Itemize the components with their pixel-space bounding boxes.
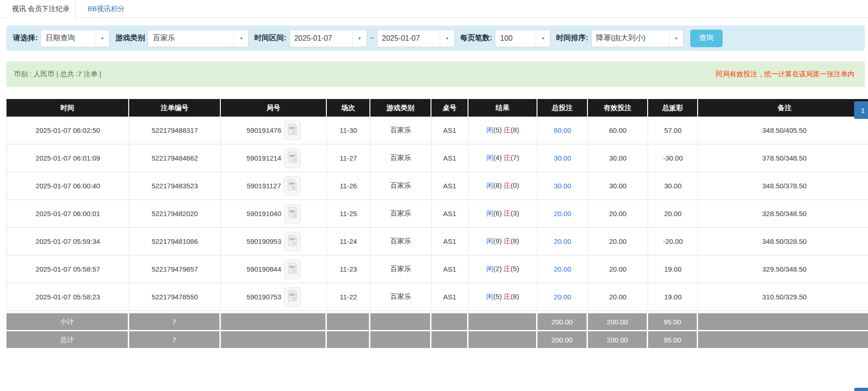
cell-session: 11-25 [327, 200, 370, 228]
result-player-score: (4) [493, 154, 504, 161]
date-to-input[interactable]: 2025-01-07 ▼ [377, 30, 455, 47]
cell-remark: 328.50/348.50 [698, 200, 868, 228]
tab-bb-video-points[interactable]: BB视讯积分 [82, 0, 130, 18]
video-replay-icon [287, 262, 298, 276]
result-player-label: 闲 [487, 209, 493, 217]
result-banker-label: 庄 [504, 154, 511, 161]
total-bet-link[interactable]: 30.00 [554, 154, 571, 162]
video-replay-button[interactable] [284, 260, 301, 279]
total-bet-link[interactable]: 20.00 [554, 237, 571, 245]
video-replay-button[interactable] [284, 204, 301, 223]
pagination-page-1-bottom[interactable]: 1 [854, 388, 868, 391]
total-bet-link[interactable]: 30.00 [554, 182, 571, 190]
grand-total-row-cell-6 [431, 331, 468, 349]
game-type-label: 游戏类别 [115, 33, 145, 43]
chevron-down-icon[interactable]: ▼ [352, 30, 367, 47]
filter-bar: 请选择: 日期查询 ▼ 游戏类别 百家乐 ▼ 时间区间: 2025-01-07 … [6, 25, 865, 51]
video-replay-icon [287, 151, 298, 165]
video-replay-button[interactable] [284, 287, 301, 307]
cell-valid-bet: 60.00 [588, 117, 648, 144]
column-header-9: 有效投注 [588, 99, 648, 117]
subtotal-row-cell-3 [221, 311, 327, 331]
query-type-select[interactable]: 日期查询 ▼ [40, 30, 110, 47]
page-size-select[interactable]: 100 ▼ [495, 30, 550, 47]
round-id-text: 590191476 [246, 126, 281, 134]
result-banker-score: (8) [511, 292, 519, 300]
round-id-text: 590190953 [246, 237, 281, 245]
round-id-text: 590191127 [247, 182, 281, 190]
cell-session: 11-26 [327, 172, 370, 200]
video-replay-button[interactable] [284, 176, 300, 196]
column-header-1: 时间 [6, 99, 129, 117]
chevron-down-icon[interactable]: ▼ [95, 30, 109, 47]
cell-valid-bet: 20.00 [588, 283, 648, 311]
grand-total-row: 总计7200.00200.0095.00 [6, 331, 868, 349]
result-player-label: 闲 [487, 154, 493, 161]
cell-payout: 20.00 [648, 200, 698, 228]
cell-remark: 310.50/329.50 [698, 283, 868, 311]
column-header-8: 总投注 [537, 99, 588, 117]
cell-total-bet: 30.00 [537, 144, 588, 172]
search-button[interactable]: 查询 [690, 30, 723, 47]
sort-order-value: 降幂(由大到小) [592, 30, 669, 47]
cell-game-type: 百家乐 [370, 228, 431, 255]
cell-valid-bet: 20.00 [588, 228, 648, 255]
total-bet-link[interactable]: 20.00 [554, 293, 571, 301]
cell-remark: 348.50/378.50 [698, 172, 868, 200]
cell-result: 闲(9) 庄(8) [468, 228, 537, 255]
cell-table-no: AS1 [431, 255, 468, 283]
result-banker-label: 庄 [504, 237, 511, 245]
result-player-score: (8) [493, 181, 504, 189]
tab-video-bet-records[interactable]: 视讯 会员下注纪录 [6, 0, 75, 18]
cell-payout: -20.00 [648, 228, 698, 255]
chevron-down-icon[interactable]: ▼ [234, 30, 248, 47]
cell-session: 11-27 [327, 144, 370, 172]
cell-table-no: AS1 [431, 144, 468, 172]
cell-game-type: 百家乐 [370, 172, 431, 200]
sort-order-label: 时间排序: [556, 33, 588, 43]
total-bet-link[interactable]: 20.00 [554, 265, 571, 273]
cell-result: 闲(6) 庄(3) [468, 200, 537, 228]
cell-time: 2025-01-07 06:02:50 [6, 117, 129, 144]
cell-result: 闲(8) 庄(0) [468, 172, 537, 200]
subtotal-row-cell-8: 200.00 [537, 311, 588, 331]
sort-order-select[interactable]: 降幂(由大到小) ▼ [591, 30, 684, 47]
subtotal-row-cell-4 [327, 311, 370, 331]
result-banker-score: (3) [511, 209, 519, 217]
video-replay-button[interactable] [284, 149, 301, 168]
cell-bet-id: 522179488317 [129, 117, 221, 144]
column-header-10: 总派彩 [648, 99, 698, 117]
cell-time: 2025-01-07 05:58:57 [6, 255, 129, 283]
cell-remark: 329.50/348.50 [698, 255, 868, 283]
cell-bet-id: 522179478550 [129, 283, 221, 311]
column-header-2: 注单编号 [129, 99, 221, 117]
cell-round-id: 590191040 [221, 200, 327, 228]
video-replay-button[interactable] [284, 232, 301, 251]
cell-valid-bet: 20.00 [588, 200, 648, 228]
cell-total-bet: 30.00 [537, 172, 588, 200]
chevron-down-icon[interactable]: ▼ [536, 30, 550, 47]
cell-time: 2025-01-07 05:59:34 [6, 228, 129, 255]
cell-result: 闲(4) 庄(7) [468, 144, 537, 172]
table-footer: 小计7200.00200.0095.00总计7200.00200.0095.00 [6, 311, 868, 349]
total-bet-link[interactable]: 20.00 [554, 210, 571, 217]
chevron-down-icon[interactable]: ▼ [440, 30, 454, 47]
pagination-page-1[interactable]: 1 [854, 101, 868, 119]
total-bet-link[interactable]: 60.00 [554, 126, 571, 134]
cell-total-bet: 20.00 [537, 228, 588, 255]
date-from-input[interactable]: 2025-01-07 ▼ [289, 30, 367, 47]
table-body: 2025-01-07 06:02:50522179488317590191476… [6, 117, 868, 311]
result-player-label: 闲 [487, 126, 493, 134]
cell-table-no: AS1 [431, 228, 468, 255]
cell-total-bet: 20.00 [537, 200, 588, 228]
subtotal-row-cell-5 [370, 311, 431, 331]
video-replay-icon [287, 290, 298, 304]
grand-total-row-cell-5 [370, 331, 431, 349]
cell-bet-id: 522179482020 [129, 200, 221, 228]
game-type-select[interactable]: 百家乐 ▼ [148, 30, 249, 47]
chevron-down-icon[interactable]: ▼ [669, 30, 683, 47]
date-to-value: 2025-01-07 [377, 30, 440, 47]
cell-game-type: 百家乐 [370, 255, 431, 283]
video-replay-button[interactable] [284, 121, 301, 140]
tab-bar: 视讯 会员下注纪录 BB视讯积分 [0, 0, 868, 18]
